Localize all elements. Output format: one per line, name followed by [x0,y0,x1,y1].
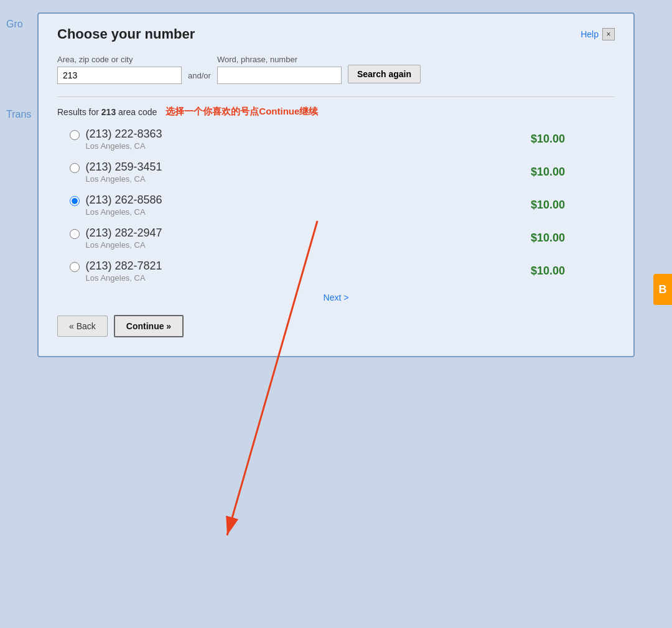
phone-price: $10.00 [531,133,615,146]
phone-list-item: (213) 282-7821Los Angeles, CA$10.00 [70,260,615,283]
search-section: Area, zip code or city and/or Word, phra… [57,55,615,84]
phone-location: Los Angeles, CA [86,141,146,151]
dialog-title: Choose your number [57,26,195,42]
next-link-row: Next > [57,293,615,302]
area-label: Area, zip code or city [57,55,182,64]
back-button[interactable]: « Back [57,316,108,337]
phone-list-item: (213) 282-2947Los Angeles, CA$10.00 [70,227,615,250]
background-text-1: Gro [6,19,23,30]
divider [57,96,615,97]
phone-row: (213) 262-8586Los Angeles, CA$10.00 [86,194,615,217]
phone-number: (213) 262-8586 [86,194,531,207]
phone-number: (213) 222-8363 [86,128,531,141]
help-link[interactable]: Help [581,29,599,39]
background-text-2: Trans [6,109,31,120]
results-text: Results for 213 area code [57,107,157,117]
results-area-code: 213 [101,107,116,117]
phrase-label: Word, phrase, number [217,55,342,64]
phone-item-content: (213) 282-2947Los Angeles, CA [86,227,531,250]
results-prefix: Results for [57,107,101,117]
phone-item-content: (213) 282-7821Los Angeles, CA [86,260,531,283]
phone-radio-1[interactable] [70,163,80,173]
phone-row: (213) 282-2947Los Angeles, CA$10.00 [86,227,615,250]
phone-item-content: (213) 222-8363Los Angeles, CA [86,128,531,151]
dialog-help-area: Help × [581,28,615,40]
phone-location: Los Angeles, CA [86,240,146,250]
phone-item-content: (213) 259-3451Los Angeles, CA [86,161,531,184]
phrase-field-group: Word, phrase, number [217,55,342,84]
results-header: Results for 213 area code 选择一个你喜欢的号点Cont… [57,106,615,118]
search-again-button[interactable]: Search again [348,65,421,83]
phone-row: (213) 222-8363Los Angeles, CA$10.00 [86,128,615,151]
continue-button[interactable]: Continue » [114,315,184,337]
phone-price: $10.00 [531,265,615,278]
buttons-row: « Back Continue » [57,315,615,337]
phone-radio-2[interactable] [70,196,80,206]
phone-price: $10.00 [531,199,615,212]
phone-price: $10.00 [531,232,615,245]
phone-location: Los Angeles, CA [86,273,146,283]
phone-list: (213) 222-8363Los Angeles, CA$10.00(213)… [70,128,615,283]
phone-list-item: (213) 222-8363Los Angeles, CA$10.00 [70,128,615,151]
close-button[interactable]: × [602,28,615,40]
phone-radio-3[interactable] [70,229,80,239]
phone-item-content: (213) 262-8586Los Angeles, CA [86,194,531,217]
phone-location: Los Angeles, CA [86,207,146,217]
choose-number-dialog: Choose your number Help × Area, zip code… [37,12,635,357]
results-suffix: area code [116,107,157,117]
phone-list-item: (213) 259-3451Los Angeles, CA$10.00 [70,161,615,184]
next-link[interactable]: Next > [324,293,349,302]
phone-location: Los Angeles, CA [86,174,146,184]
annotation-text: 选择一个你喜欢的号点Continue继续 [166,106,318,118]
phone-radio-4[interactable] [70,262,80,272]
phone-radio-0[interactable] [70,130,80,140]
area-input[interactable] [57,67,182,84]
area-field-group: Area, zip code or city [57,55,182,84]
phone-number: (213) 282-7821 [86,260,531,273]
blogger-badge: B [653,274,672,305]
phone-number: (213) 282-2947 [86,227,531,240]
phone-row: (213) 282-7821Los Angeles, CA$10.00 [86,260,615,283]
phone-price: $10.00 [531,166,615,179]
phone-row: (213) 259-3451Los Angeles, CA$10.00 [86,161,615,184]
andor-label: and/or [188,71,211,80]
phrase-input[interactable] [217,67,342,84]
dialog-header: Choose your number Help × [57,26,615,42]
phone-list-item: (213) 262-8586Los Angeles, CA$10.00 [70,194,615,217]
phone-number: (213) 259-3451 [86,161,531,174]
